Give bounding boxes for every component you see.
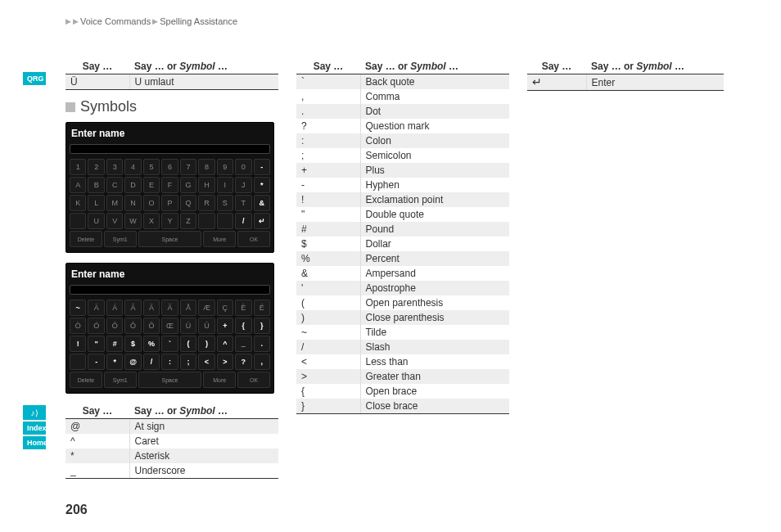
square-bullet-icon <box>65 102 75 112</box>
keyboard-key: 6 <box>161 159 178 175</box>
keyboard-key: Â <box>124 300 141 316</box>
keyboard-key: ↵ <box>254 213 270 229</box>
keyboard-key: Sym1 <box>104 372 137 388</box>
table-row: {Open brace <box>296 384 509 399</box>
table-header-say-or: Say … or Symbol … <box>360 59 509 74</box>
keyboard-key: < <box>198 354 214 370</box>
keyboard-key: 1 <box>70 159 86 175</box>
keyboard-key: U <box>88 213 104 229</box>
keyboard-key: Z <box>180 213 196 229</box>
keyboard-key: & <box>254 195 270 211</box>
table-row: ~Tilde <box>296 325 509 340</box>
table-header-say: Say … <box>65 59 129 74</box>
keyboard-key: 5 <box>143 159 160 175</box>
table-row: 'Apostrophe <box>296 281 509 295</box>
keyboard-key: R <box>198 195 214 211</box>
table-row: ;Semicolon <box>296 148 509 163</box>
keyboard-key: V <box>106 213 123 229</box>
keyboard-key: ! <box>70 336 86 352</box>
keyboard-key: Space <box>138 231 202 247</box>
keyboard-screenshot-1: Enter name 1234567890-ABCDEFGHIJ*KLMNOPQ… <box>65 122 274 253</box>
keyboard-key: Å <box>180 300 196 316</box>
keyboard-key: 9 <box>217 159 233 175</box>
table-row: .Dot <box>296 104 509 119</box>
keyboard-key: É <box>254 300 270 316</box>
keyboard-key: Æ <box>198 300 214 316</box>
table-row: `Back quote <box>296 74 509 90</box>
keyboard-key: Ò <box>70 318 86 334</box>
table-row: !Exclamation point <box>296 192 509 207</box>
keyboard-key: Ú <box>198 318 214 334</box>
keyboard-key: 2 <box>88 159 104 175</box>
keyboard-key: N <box>124 195 141 211</box>
table-row: ^Caret <box>65 434 278 449</box>
sidebar-index[interactable]: Index <box>23 422 46 435</box>
keyboard-key: , <box>254 354 270 370</box>
table-row: )Close parenthesis <box>296 310 509 325</box>
keyboard-key: Sym1 <box>104 231 137 247</box>
keyboard-key: G <box>180 177 196 193</box>
keyboard-key: P <box>161 195 178 211</box>
keyboard-key: È <box>235 300 251 316</box>
table-row: #Pound <box>296 222 509 237</box>
symbol-table-accented: Say … Say … or Symbol … Ü U umlaut <box>65 59 278 90</box>
keyboard-key: / <box>143 354 160 370</box>
keyboard-key: Space <box>138 372 202 388</box>
keyboard-title: Enter name <box>70 267 270 285</box>
keyboard-key: " <box>88 336 104 352</box>
table-row: *Asterisk <box>65 449 278 463</box>
keyboard-key: Œ <box>161 318 178 334</box>
keyboard-key: @ <box>124 354 141 370</box>
keyboard-key: # <box>106 336 123 352</box>
keyboard-key: OK <box>237 231 270 247</box>
keyboard-key: $ <box>124 336 141 352</box>
keyboard-key: > <box>217 354 233 370</box>
table-row: /Slash <box>296 340 509 354</box>
keyboard-key: 3 <box>106 159 123 175</box>
sidebar-qrg[interactable]: QRG <box>23 72 46 85</box>
sidebar-home[interactable]: Home <box>23 436 46 449</box>
keyboard-key: Delete <box>70 231 102 247</box>
keyboard-key: L <box>88 195 104 211</box>
chevron-right-icon: ▶ <box>65 17 71 25</box>
keyboard-key: B <box>88 177 104 193</box>
table-row: @At sign <box>65 419 278 435</box>
symbol-table-basic: Say … Say … or Symbol … @At sign^Caret*A… <box>65 404 278 479</box>
keyboard-key: Ç <box>217 300 233 316</box>
keyboard-key: E <box>143 177 160 193</box>
keyboard-key: À <box>88 300 104 316</box>
symbol-table-enter: Say … Say … or Symbol … ↵ Enter <box>527 59 724 91</box>
enter-icon: ↵ <box>532 76 542 88</box>
table-row: -Hyphen <box>296 178 509 192</box>
breadcrumb-item: Voice Commands <box>80 16 151 26</box>
table-row: ,Comma <box>296 89 509 104</box>
keyboard-key: Á <box>106 300 123 316</box>
keyboard-key: 4 <box>124 159 141 175</box>
keyboard-key: D <box>124 177 141 193</box>
keyboard-key: { <box>235 318 251 334</box>
sidebar-voice-icon[interactable]: ♪⟩ <box>23 405 46 420</box>
table-row: _Underscore <box>65 463 278 479</box>
chevron-right-icon: ▶ <box>73 17 79 25</box>
table-row: $Dollar <box>296 237 509 251</box>
keyboard-key: Delete <box>70 372 102 388</box>
keyboard-key: X <box>143 213 160 229</box>
symbol-table-main: Say … Say … or Symbol … `Back quote,Comm… <box>296 59 509 414</box>
keyboard-key: ~ <box>70 300 86 316</box>
keyboard-key: . <box>254 336 270 352</box>
keyboard-key: S <box>217 195 233 211</box>
keyboard-key: J <box>235 177 251 193</box>
table-row: %Percent <box>296 251 509 266</box>
keyboard-key: 8 <box>198 159 214 175</box>
keyboard-key: T <box>235 195 251 211</box>
keyboard-key: 7 <box>180 159 196 175</box>
keyboard-key: / <box>235 213 251 229</box>
keyboard-key: Ö <box>143 318 160 334</box>
breadcrumb: ▶ ▶ Voice Commands ▶ Spelling Assistance <box>65 16 729 26</box>
keyboard-key: ; <box>180 354 196 370</box>
keyboard-key: O <box>143 195 160 211</box>
keyboard-key: F <box>161 177 178 193</box>
keyboard-key: Ô <box>106 318 123 334</box>
keyboard-key: OK <box>237 372 270 388</box>
keyboard-key: Ó <box>88 318 104 334</box>
